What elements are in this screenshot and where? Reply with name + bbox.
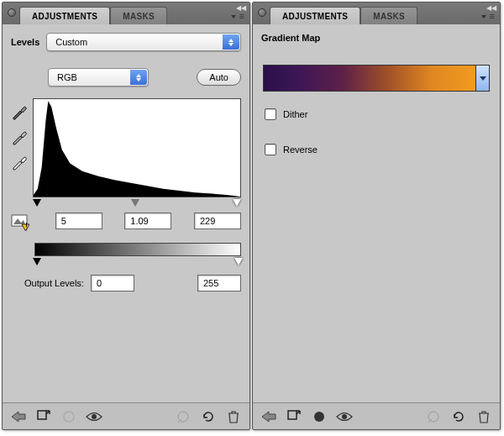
shadow-slider[interactable] [33, 199, 41, 207]
tab-adjustments[interactable]: ADJUSTMENTS [19, 7, 110, 24]
svg-point-7 [178, 412, 188, 422]
output-low-input[interactable] [91, 275, 134, 292]
histogram-display [33, 98, 241, 197]
shadow-input[interactable] [55, 213, 102, 229]
panel-menu-icon[interactable] [231, 13, 244, 21]
output-slider-track[interactable] [34, 258, 241, 268]
midtone-slider[interactable] [131, 199, 139, 207]
highlight-input[interactable] [194, 213, 241, 229]
eyedropper-white-icon[interactable] [11, 154, 28, 171]
panel-footer [253, 402, 500, 429]
gradient-picker-button[interactable] [475, 66, 489, 91]
output-high-input[interactable] [197, 275, 241, 292]
clip-icon[interactable] [423, 407, 444, 426]
panel-menu-icon[interactable] [481, 13, 495, 21]
eyedropper-black-icon[interactable] [11, 103, 28, 120]
channel-select[interactable]: RGB [48, 68, 149, 87]
input-slider-track[interactable] [33, 199, 241, 209]
eye-icon[interactable] [83, 407, 105, 426]
back-arrow-icon[interactable] [258, 407, 280, 426]
svg-point-11 [428, 412, 438, 422]
trash-icon[interactable] [473, 407, 495, 426]
levels-title: Levels [11, 37, 39, 47]
auto-button[interactable]: Auto [197, 69, 241, 86]
tab-bar: ADJUSTMENTS MASKS ◀◀ [3, 3, 249, 24]
dither-label: Dither [283, 109, 307, 119]
svg-point-9 [314, 412, 324, 422]
svg-point-5 [64, 412, 74, 422]
panel-footer [3, 402, 249, 429]
dither-checkbox[interactable] [265, 108, 276, 120]
clip-warning-icon[interactable]: ! [11, 213, 29, 233]
eye-icon[interactable] [333, 407, 355, 426]
reverse-checkbox[interactable] [265, 144, 276, 155]
clip-icon[interactable] [172, 407, 194, 426]
svg-point-10 [342, 414, 347, 419]
reset-icon[interactable] [197, 407, 219, 426]
back-arrow-icon[interactable] [8, 407, 29, 426]
reset-icon[interactable] [448, 407, 470, 426]
chevron-updown-icon [223, 34, 239, 50]
highlight-slider[interactable] [233, 199, 241, 207]
gradient-map-title: Gradient Map [261, 33, 320, 43]
reverse-label: Reverse [283, 144, 318, 155]
output-low-slider[interactable] [33, 258, 41, 265]
svg-text:!: ! [25, 221, 28, 231]
tab-masks[interactable]: MASKS [110, 7, 167, 24]
output-gradient [34, 243, 241, 256]
expand-icon[interactable] [283, 407, 305, 426]
output-high-slider[interactable] [234, 258, 243, 265]
eyedropper-gray-icon[interactable] [11, 129, 28, 145]
levels-panel: ADJUSTMENTS MASKS ◀◀ Levels Custom RGB A… [2, 2, 250, 430]
tab-masks[interactable]: MASKS [360, 7, 417, 24]
channel-value: RGB [57, 72, 77, 82]
tab-adjustments[interactable]: ADJUSTMENTS [270, 7, 360, 24]
circle-icon[interactable] [58, 407, 80, 426]
preset-value: Custom [55, 37, 87, 47]
svg-rect-4 [38, 411, 46, 419]
preset-select[interactable]: Custom [46, 33, 241, 51]
gradient-map-panel: ADJUSTMENTS MASKS ◀◀ Gradient Map Dither… [252, 2, 501, 430]
trash-icon[interactable] [223, 407, 244, 426]
circle-filled-icon[interactable] [308, 407, 330, 426]
svg-rect-8 [288, 411, 297, 419]
close-dot[interactable] [8, 8, 16, 17]
tab-bar: ADJUSTMENTS MASKS ◀◀ [253, 3, 500, 24]
gradient-preview[interactable] [263, 65, 490, 92]
midtone-input[interactable] [124, 213, 171, 229]
expand-icon[interactable] [33, 407, 55, 426]
svg-point-6 [92, 414, 97, 419]
chevron-updown-icon [130, 70, 147, 85]
close-dot[interactable] [258, 8, 266, 17]
output-levels-label: Output Levels: [24, 278, 84, 288]
